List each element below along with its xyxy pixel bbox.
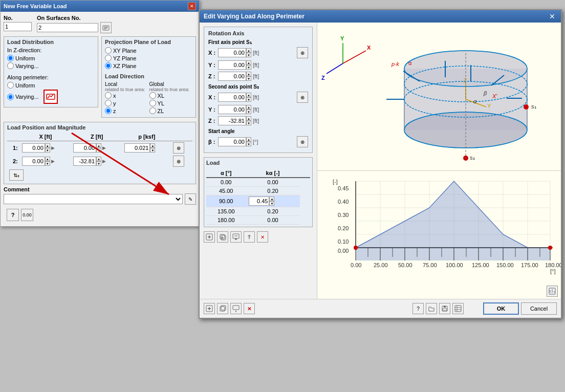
dir-xl-radio[interactable] bbox=[149, 92, 156, 99]
beta-pick[interactable]: ⊕ bbox=[297, 136, 308, 147]
x2-input[interactable] bbox=[218, 93, 246, 102]
ka-cell[interactable]: ▲▼ bbox=[246, 195, 299, 207]
ka-cell[interactable]: 0.20 bbox=[246, 187, 299, 195]
table-delete-button[interactable]: ✕ bbox=[244, 303, 255, 314]
load-table-row[interactable]: 90.00 ▲▼ bbox=[206, 195, 310, 207]
delete-row-button[interactable]: ✕ bbox=[257, 231, 268, 243]
swap-button[interactable]: ⇅₂ bbox=[9, 169, 24, 181]
svg-text:175.00: 175.00 bbox=[521, 262, 538, 268]
svg-text:100.00: 100.00 bbox=[446, 262, 463, 268]
3d-diagram: p·k α X Y Z Y Z α β bbox=[317, 23, 561, 171]
row1-x-down[interactable]: ▼ bbox=[45, 148, 50, 153]
cancel-button[interactable]: Cancel bbox=[521, 302, 557, 315]
dir-x-radio[interactable] bbox=[105, 92, 112, 99]
move-up-button[interactable] bbox=[244, 231, 255, 243]
z2-up[interactable]: ▲ bbox=[246, 116, 251, 121]
alpha-cell: 180.00 bbox=[206, 216, 246, 225]
main-close-button[interactable]: ✕ bbox=[188, 2, 196, 10]
x1-input[interactable] bbox=[218, 48, 246, 57]
x2-pick[interactable]: ⊕ bbox=[297, 92, 308, 103]
comment-edit-button[interactable]: ✎ bbox=[185, 193, 196, 205]
xy-plane-radio[interactable] bbox=[105, 47, 112, 54]
x2-down[interactable]: ▼ bbox=[246, 97, 251, 102]
help-button[interactable]: ? bbox=[7, 209, 19, 221]
ok-button[interactable]: OK bbox=[483, 302, 519, 315]
x1-up[interactable]: ▲ bbox=[246, 48, 251, 53]
ka-input[interactable] bbox=[249, 197, 269, 206]
table-insert-button[interactable] bbox=[230, 303, 242, 314]
uniform-z-label: Uniform bbox=[15, 55, 35, 61]
x1-down[interactable]: ▼ bbox=[246, 53, 251, 57]
load-table-row[interactable]: 0.00 0.00 bbox=[206, 178, 310, 187]
uniform-z-radio[interactable] bbox=[7, 55, 14, 61]
row1-z-down[interactable]: ▼ bbox=[96, 148, 101, 153]
row1-pick-button[interactable]: ⊕ bbox=[173, 142, 184, 154]
load-position-title: Load Position and Magnitude bbox=[7, 124, 192, 130]
y2-down[interactable]: ▼ bbox=[246, 110, 251, 114]
z2-down[interactable]: ▼ bbox=[246, 121, 251, 125]
y1-input[interactable] bbox=[218, 60, 246, 70]
surfaces-input[interactable] bbox=[37, 23, 98, 32]
row1-z-input[interactable] bbox=[73, 143, 96, 153]
beta-down[interactable]: ▼ bbox=[246, 142, 251, 146]
z1-down[interactable]: ▼ bbox=[246, 76, 251, 81]
load-dist-title: Load Distribution bbox=[7, 39, 95, 45]
x2-up[interactable]: ▲ bbox=[246, 93, 251, 97]
surfaces-browse-button[interactable] bbox=[100, 22, 112, 33]
row2-x-input[interactable] bbox=[22, 157, 45, 166]
row1-x-up[interactable]: ▲ bbox=[45, 143, 50, 148]
ka-cell[interactable]: 0.00 bbox=[246, 178, 299, 187]
beta-up[interactable]: ▲ bbox=[246, 137, 251, 142]
zero-button[interactable]: 0.00 bbox=[21, 209, 33, 221]
varying-z-radio[interactable] bbox=[7, 62, 14, 69]
table-add-button[interactable] bbox=[204, 303, 215, 314]
y1-up[interactable]: ▲ bbox=[246, 60, 251, 65]
varying-perimeter-radio[interactable] bbox=[7, 94, 14, 100]
table-dup-button[interactable] bbox=[217, 303, 228, 314]
row2-z-down[interactable]: ▼ bbox=[96, 161, 101, 166]
beta-input[interactable] bbox=[218, 137, 246, 146]
duplicate-row-button[interactable] bbox=[217, 231, 228, 243]
z1-input[interactable] bbox=[218, 72, 246, 81]
z2-input[interactable] bbox=[218, 116, 246, 125]
y2-input[interactable] bbox=[218, 105, 246, 114]
y1-down[interactable]: ▼ bbox=[246, 65, 251, 70]
dialog-help-button[interactable]: ? bbox=[412, 303, 424, 314]
load-table-row[interactable]: 45.00 0.20 bbox=[206, 187, 310, 195]
edit-varying-button[interactable] bbox=[44, 90, 58, 104]
row1-p-up[interactable]: ▲ bbox=[150, 143, 155, 148]
xz-plane-radio[interactable] bbox=[105, 62, 112, 69]
z1-up[interactable]: ▲ bbox=[246, 72, 251, 76]
x1-pick[interactable]: ⊕ bbox=[297, 47, 308, 58]
row1-p-input[interactable] bbox=[124, 143, 150, 153]
dialog-save-button[interactable] bbox=[439, 303, 450, 314]
row2-x-up[interactable]: ▲ bbox=[45, 157, 50, 161]
uniform-perimeter-radio[interactable] bbox=[7, 82, 14, 89]
row1-z-up[interactable]: ▲ bbox=[96, 143, 101, 148]
chart-settings-button[interactable] bbox=[547, 286, 558, 297]
row1-p-down[interactable]: ▼ bbox=[150, 148, 155, 153]
insert-row-button[interactable] bbox=[230, 231, 242, 243]
yz-plane-radio[interactable] bbox=[105, 55, 112, 61]
dir-zl-radio[interactable] bbox=[149, 107, 156, 114]
dialog-open-button[interactable] bbox=[426, 303, 437, 314]
dialog-close-button[interactable]: ✕ bbox=[548, 12, 557, 21]
dir-yl-radio[interactable] bbox=[149, 100, 156, 106]
dialog-table-button[interactable] bbox=[452, 303, 464, 314]
row2-z-input[interactable] bbox=[73, 157, 96, 166]
ka-cell[interactable]: 0.20 bbox=[246, 207, 299, 216]
row2-z-up[interactable]: ▲ bbox=[96, 157, 101, 161]
load-table-row[interactable]: 135.00 0.20 bbox=[206, 207, 310, 216]
add-row-button[interactable] bbox=[204, 231, 215, 243]
comment-select[interactable] bbox=[4, 194, 183, 204]
y2-up[interactable]: ▲ bbox=[246, 105, 251, 110]
row1-x-input[interactable] bbox=[22, 143, 45, 153]
ka-cell[interactable]: 0.00 bbox=[246, 216, 299, 225]
load-dir-title: Load Direction bbox=[105, 73, 192, 79]
row2-x-down[interactable]: ▼ bbox=[45, 161, 50, 166]
dir-z-radio[interactable] bbox=[105, 107, 112, 114]
row2-pick-button[interactable]: ⊕ bbox=[173, 156, 184, 167]
no-input[interactable] bbox=[4, 22, 32, 31]
load-table-row[interactable]: 180.00 0.00 bbox=[206, 216, 310, 225]
dir-y-radio[interactable] bbox=[105, 100, 112, 106]
